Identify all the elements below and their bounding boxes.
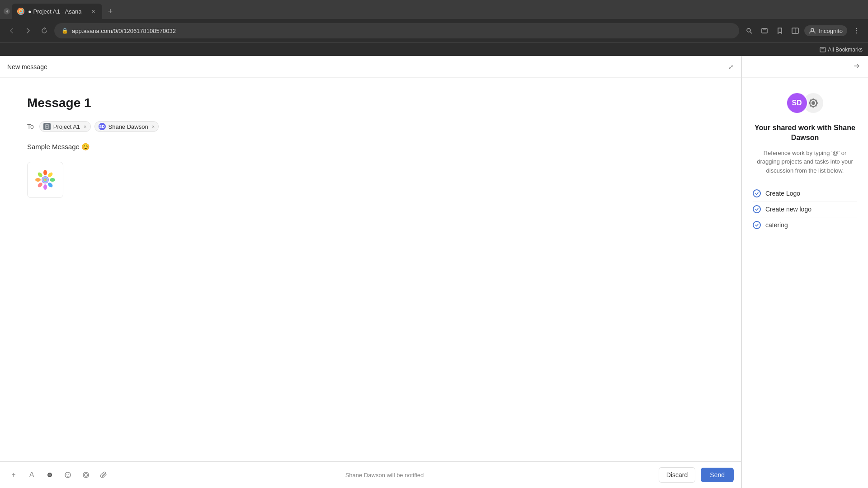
url-text: app.asana.com/0/0/1206178108570032 [72, 28, 176, 34]
svg-rect-41 [812, 106, 814, 108]
shared-work-description: Reference work by typing '@' or dragging… [753, 149, 857, 175]
close-panel-button[interactable] [853, 62, 861, 72]
split-view-button[interactable] [789, 24, 802, 37]
svg-point-2 [747, 28, 750, 32]
message-panel-header: New message ⤢ [0, 56, 741, 78]
svg-rect-36 [812, 99, 814, 100]
emoji-button[interactable] [61, 469, 74, 481]
to-field: To Project A1 × SD Shane Dawson × [27, 121, 714, 132]
message-panel: New message ⤢ Message 1 To Project A1 × [0, 56, 741, 488]
attachment-preview [27, 162, 63, 198]
message-title[interactable]: Message 1 [27, 96, 714, 110]
svg-rect-39 [816, 103, 818, 104]
svg-point-17 [42, 176, 49, 183]
search-button[interactable] [743, 24, 755, 37]
to-label: To [27, 123, 34, 130]
tab-title: ● Project A1 - Asana [28, 8, 81, 15]
svg-point-33 [83, 472, 89, 478]
right-panel: SD [741, 56, 868, 488]
incognito-button[interactable]: Incognito [804, 25, 847, 36]
message-text: Sample Message 😊 [27, 143, 90, 150]
menu-button[interactable] [850, 24, 863, 37]
svg-rect-43 [809, 103, 811, 104]
svg-rect-14 [45, 125, 49, 128]
check-icon [753, 221, 761, 229]
active-tab[interactable]: ● Project A1 - Asana ✕ [12, 4, 102, 19]
svg-point-23 [37, 182, 43, 188]
svg-point-32 [85, 474, 87, 476]
list-item-label: catering [765, 221, 788, 229]
svg-point-10 [856, 28, 857, 29]
avatars-group: SD [786, 92, 824, 114]
lock-icon: 🔒 [61, 28, 68, 34]
send-button[interactable]: Send [701, 468, 734, 482]
message-body[interactable]: Sample Message 😊 [27, 143, 714, 151]
reload-button[interactable] [38, 24, 51, 37]
list-item-label: Create Logo [765, 190, 800, 197]
person-tag-label: Shane Dawson [108, 123, 148, 130]
tab-close-button[interactable]: ✕ [90, 8, 97, 15]
discard-button[interactable]: Discard [659, 467, 695, 483]
new-tab-button[interactable]: + [104, 5, 117, 18]
project-tag[interactable]: Project A1 × [39, 121, 91, 132]
list-item[interactable]: catering [753, 217, 857, 233]
list-item-label: Create new logo [765, 206, 811, 213]
svg-point-25 [37, 172, 43, 178]
list-item[interactable]: Create new logo [753, 202, 857, 217]
shared-items-list: Create Logo Create new logo catering [753, 186, 857, 233]
tab-favicon [17, 8, 24, 15]
svg-point-31 [68, 474, 69, 475]
avatar-sd: SD [786, 92, 808, 114]
address-bar[interactable]: 🔒 app.asana.com/0/0/1206178108570032 [54, 23, 739, 38]
shared-work-section: SD [742, 78, 868, 244]
person-avatar: SD [99, 123, 106, 130]
svg-point-30 [66, 474, 67, 475]
check-icon [753, 189, 761, 197]
message-toolbar: + A Shane Dawson will be notified Discar… [0, 461, 741, 488]
reader-mode-button[interactable] [758, 24, 771, 37]
add-button[interactable]: + [7, 469, 20, 481]
svg-marker-0 [6, 10, 8, 13]
svg-point-29 [65, 472, 71, 478]
bookmarks-label: All Bookmarks [828, 47, 863, 53]
back-button[interactable] [5, 24, 18, 37]
svg-line-3 [750, 32, 752, 33]
forward-button[interactable] [22, 24, 34, 37]
svg-point-20 [50, 178, 55, 182]
back-forward-icons[interactable] [4, 8, 10, 14]
svg-point-19 [47, 172, 53, 178]
person-tag[interactable]: SD Shane Dawson × [94, 121, 159, 132]
project-tag-label: Project A1 [53, 123, 80, 130]
svg-point-9 [811, 28, 814, 31]
project-tag-remove[interactable]: × [84, 124, 86, 129]
mention-button[interactable] [80, 469, 92, 481]
text-format-button[interactable]: A [25, 469, 38, 481]
notification-text: Shane Dawson will be notified [116, 472, 653, 479]
bookmark-button[interactable] [774, 24, 786, 37]
right-panel-header [742, 56, 868, 78]
message-content-area: Message 1 To Project A1 × SD Shane Dawso… [0, 78, 741, 461]
svg-point-22 [43, 184, 47, 190]
asana-logo [34, 169, 57, 191]
svg-point-34 [811, 101, 815, 105]
svg-point-11 [856, 30, 857, 31]
incognito-label: Incognito [819, 28, 843, 34]
svg-point-28 [48, 474, 51, 476]
svg-point-21 [47, 182, 53, 188]
expand-button[interactable]: ⤢ [728, 63, 734, 70]
shared-work-title: Your shared work with Shane Dawson [753, 123, 857, 143]
check-icon [753, 205, 761, 213]
svg-point-24 [35, 178, 41, 182]
svg-point-18 [43, 170, 47, 175]
list-item[interactable]: Create Logo [753, 186, 857, 202]
svg-point-12 [856, 33, 857, 33]
person-tag-remove[interactable]: × [152, 124, 155, 129]
panel-title: New message [7, 63, 47, 70]
record-button[interactable] [43, 469, 56, 481]
attach-button[interactable] [98, 469, 110, 481]
project-icon [43, 123, 51, 130]
